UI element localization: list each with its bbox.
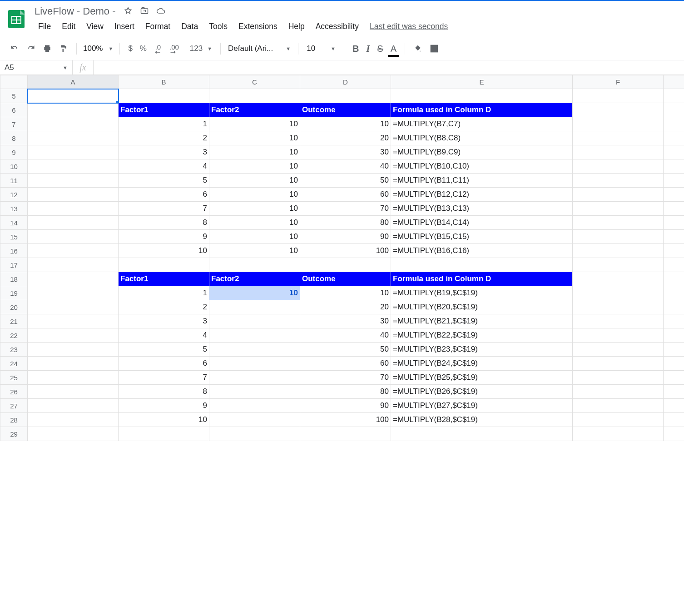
cell-B10[interactable]: 4 <box>119 159 209 174</box>
row-header-16[interactable]: 16 <box>0 244 28 258</box>
row-header-13[interactable]: 13 <box>0 202 28 216</box>
cell-G26[interactable] <box>664 385 684 399</box>
cell-E19[interactable]: =MULTIPLY(B19,$C$19) <box>391 286 573 300</box>
cell-A8[interactable] <box>28 131 119 145</box>
cell-A27[interactable] <box>28 399 119 413</box>
cell-C17[interactable] <box>209 258 300 272</box>
cell-D21[interactable]: 30 <box>300 314 391 328</box>
cell-D16[interactable]: 100 <box>300 244 391 258</box>
cell-B22[interactable]: 4 <box>119 328 209 343</box>
cell-B6[interactable]: Factor1 <box>119 103 209 117</box>
cell-B8[interactable]: 2 <box>119 131 209 145</box>
cell-D23[interactable]: 50 <box>300 343 391 357</box>
spreadsheet-grid[interactable]: A B C D E F G 56Factor1Factor2OutcomeFor… <box>0 75 684 441</box>
cell-F22[interactable] <box>573 328 664 343</box>
row-header-7[interactable]: 7 <box>0 117 28 131</box>
cloud-status-icon[interactable] <box>156 6 165 17</box>
cell-C12[interactable]: 10 <box>209 188 300 202</box>
cell-E9[interactable]: =MULTIPLY(B9,C9) <box>391 145 573 159</box>
cell-C24[interactable] <box>209 357 300 371</box>
cell-D14[interactable]: 80 <box>300 216 391 230</box>
name-box[interactable]: A5 ▼ <box>0 60 73 75</box>
cell-A15[interactable] <box>28 230 119 244</box>
cell-C10[interactable]: 10 <box>209 159 300 174</box>
cell-D19[interactable]: 10 <box>300 286 391 300</box>
cell-A14[interactable] <box>28 216 119 230</box>
cell-C11[interactable]: 10 <box>209 174 300 188</box>
cell-C7[interactable]: 10 <box>209 117 300 131</box>
cell-E27[interactable]: =MULTIPLY(B27,$C$19) <box>391 399 573 413</box>
cell-F15[interactable] <box>573 230 664 244</box>
cell-A20[interactable] <box>28 300 119 314</box>
cell-C18[interactable]: Factor2 <box>209 272 300 286</box>
cell-G24[interactable] <box>664 357 684 371</box>
row-header-10[interactable]: 10 <box>0 159 28 174</box>
cell-D27[interactable]: 90 <box>300 399 391 413</box>
cell-F20[interactable] <box>573 300 664 314</box>
cell-E25[interactable]: =MULTIPLY(B25,$C$19) <box>391 371 573 385</box>
column-header-A[interactable]: A <box>28 75 119 89</box>
cell-C14[interactable]: 10 <box>209 216 300 230</box>
cell-C26[interactable] <box>209 385 300 399</box>
row-header-25[interactable]: 25 <box>0 371 28 385</box>
cell-G14[interactable] <box>664 216 684 230</box>
cell-B14[interactable]: 8 <box>119 216 209 230</box>
menu-data[interactable]: Data <box>176 20 203 33</box>
cell-A7[interactable] <box>28 117 119 131</box>
cell-B12[interactable]: 6 <box>119 188 209 202</box>
strikethrough-button[interactable]: S <box>373 42 387 56</box>
print-button[interactable] <box>39 42 55 55</box>
cell-G23[interactable] <box>664 343 684 357</box>
cell-D11[interactable]: 50 <box>300 174 391 188</box>
format-percent-button[interactable]: % <box>136 44 150 53</box>
cell-A5[interactable] <box>28 89 119 103</box>
cell-F28[interactable] <box>573 413 664 427</box>
bold-button[interactable]: B <box>349 42 362 56</box>
cell-A6[interactable] <box>28 103 119 117</box>
cell-G13[interactable] <box>664 202 684 216</box>
cell-C27[interactable] <box>209 399 300 413</box>
row-header-19[interactable]: 19 <box>0 286 28 300</box>
cell-F10[interactable] <box>573 159 664 174</box>
row-header-28[interactable]: 28 <box>0 413 28 427</box>
cell-F12[interactable] <box>573 188 664 202</box>
row-header-5[interactable]: 5 <box>0 89 28 103</box>
cell-D9[interactable]: 30 <box>300 145 391 159</box>
column-header-C[interactable]: C <box>209 75 300 89</box>
cell-E29[interactable] <box>391 427 573 441</box>
format-currency-button[interactable]: $ <box>124 44 136 53</box>
cell-F6[interactable] <box>573 103 664 117</box>
column-header-E[interactable]: E <box>391 75 573 89</box>
cell-C16[interactable]: 10 <box>209 244 300 258</box>
cell-G6[interactable] <box>664 103 684 117</box>
menu-accessibility[interactable]: Accessibility <box>310 20 364 33</box>
cell-D22[interactable]: 40 <box>300 328 391 343</box>
cell-B28[interactable]: 10 <box>119 413 209 427</box>
cell-F13[interactable] <box>573 202 664 216</box>
cell-C5[interactable] <box>209 89 300 103</box>
cell-A11[interactable] <box>28 174 119 188</box>
cell-A9[interactable] <box>28 145 119 159</box>
cell-A10[interactable] <box>28 159 119 174</box>
cell-D29[interactable] <box>300 427 391 441</box>
move-icon[interactable] <box>140 6 149 17</box>
cell-E10[interactable]: =MULTIPLY(B10,C10) <box>391 159 573 174</box>
cell-G25[interactable] <box>664 371 684 385</box>
cell-D25[interactable]: 70 <box>300 371 391 385</box>
menu-help[interactable]: Help <box>283 20 310 33</box>
cell-E12[interactable]: =MULTIPLY(B12,C12) <box>391 188 573 202</box>
cell-F9[interactable] <box>573 145 664 159</box>
text-color-button[interactable]: A <box>387 42 400 56</box>
cell-D28[interactable]: 100 <box>300 413 391 427</box>
column-header-F[interactable]: F <box>573 75 664 89</box>
cell-E26[interactable]: =MULTIPLY(B26,$C$19) <box>391 385 573 399</box>
row-header-17[interactable]: 17 <box>0 258 28 272</box>
cell-B17[interactable] <box>119 258 209 272</box>
cell-G12[interactable] <box>664 188 684 202</box>
row-header-8[interactable]: 8 <box>0 131 28 145</box>
cell-F14[interactable] <box>573 216 664 230</box>
document-title[interactable]: LiveFlow - Demo - <box>33 5 117 18</box>
cell-F24[interactable] <box>573 357 664 371</box>
cell-F19[interactable] <box>573 286 664 300</box>
cell-D18[interactable]: Outcome <box>300 272 391 286</box>
